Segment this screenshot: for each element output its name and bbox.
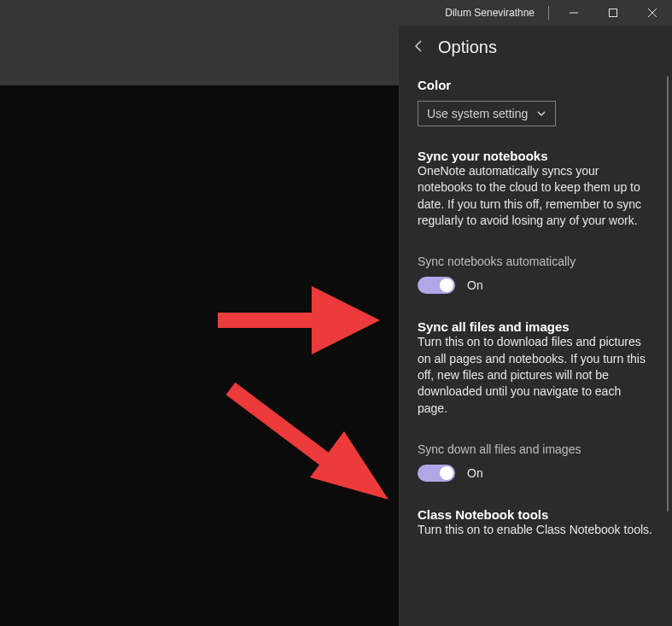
maximize-button[interactable] (593, 0, 633, 26)
sync-notebooks-toggle-state: On (467, 278, 483, 292)
sync-notebooks-desc: OneNote automatically syncs your noteboo… (418, 163, 653, 229)
options-panel: Options Color Use system setting Sync yo… (399, 26, 672, 626)
sync-notebooks-toggle[interactable] (418, 277, 455, 294)
chevron-down-icon (536, 108, 546, 119)
color-theme-value: Use system setting (427, 107, 528, 120)
minimize-icon (569, 8, 579, 18)
sync-files-toggle-state: On (467, 466, 483, 480)
back-button[interactable] (412, 39, 426, 56)
toggle-knob (440, 466, 453, 480)
class-notebook-desc: Turn this on to enable Class Notebook to… (418, 522, 653, 538)
sync-notebooks-heading: Sync your notebooks (418, 149, 653, 163)
options-title: Options (438, 38, 497, 57)
scrollbar[interactable] (667, 76, 669, 512)
window-title-bar: Dilum Senevirathne (390, 0, 672, 26)
sync-notebooks-toggle-row: On (418, 277, 653, 294)
sync-notebooks-toggle-label: Sync notebooks automatically (418, 254, 653, 268)
options-panel-header: Options (399, 26, 672, 73)
sync-files-toggle-label: Sync down all files and images (418, 442, 653, 456)
minimize-button[interactable] (554, 0, 593, 26)
toggle-knob (440, 278, 453, 292)
sync-files-heading: Sync all files and images (418, 319, 653, 334)
color-theme-dropdown[interactable]: Use system setting (418, 101, 556, 126)
color-section-label: Color (418, 78, 653, 92)
close-button[interactable] (633, 0, 672, 26)
close-icon (647, 8, 657, 18)
sync-files-toggle-row: On (418, 465, 653, 482)
back-icon (412, 39, 426, 53)
title-separator (548, 6, 549, 20)
class-notebook-heading: Class Notebook tools (418, 507, 653, 522)
signed-in-user[interactable]: Dilum Senevirathne (436, 7, 543, 19)
svg-rect-1 (610, 9, 617, 17)
maximize-icon (608, 8, 618, 18)
sync-files-toggle[interactable] (418, 465, 455, 482)
sync-files-desc: Turn this on to download files and pictu… (418, 334, 653, 417)
options-panel-body: Color Use system setting Sync your noteb… (399, 73, 672, 626)
